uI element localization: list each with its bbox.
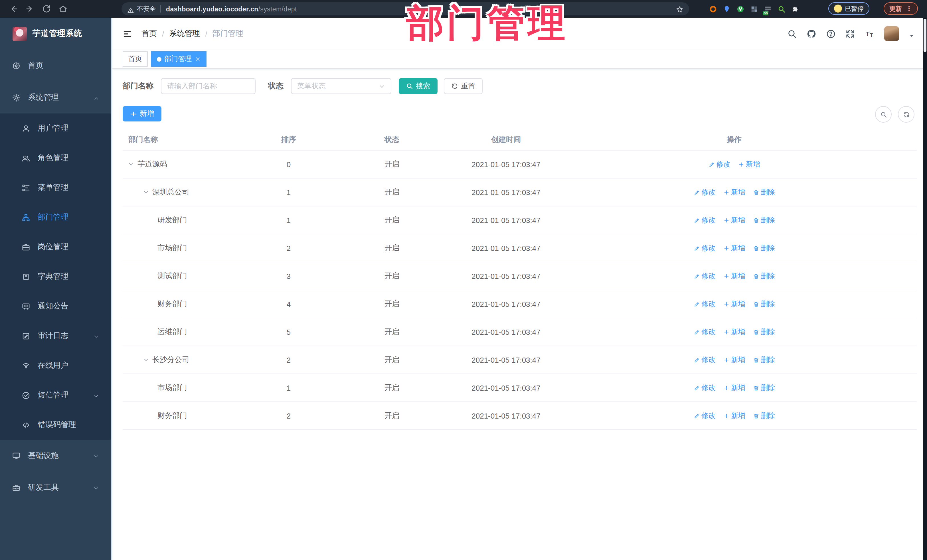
action-新增[interactable]: 新增 [723, 243, 745, 253]
shield-extension-icon[interactable] [709, 5, 717, 13]
action-新增[interactable]: 新增 [723, 383, 745, 393]
action-修改[interactable]: 修改 [693, 187, 716, 197]
page-url[interactable]: dashboard.yudao.iocoder.cn/system/dept [166, 5, 297, 12]
action-删除[interactable]: 删除 [753, 299, 775, 309]
action-新增[interactable]: 新增 [723, 411, 745, 420]
magnifier-extension-icon[interactable] [778, 5, 786, 13]
action-删除[interactable]: 删除 [753, 271, 775, 281]
list-extension-icon[interactable]: on [764, 5, 772, 13]
sidebar-item-7[interactable]: 字典管理 [0, 262, 111, 291]
reload-icon[interactable] [42, 5, 51, 13]
sidebar-item-0[interactable]: 首页 [0, 50, 111, 82]
close-tag-icon[interactable] [195, 56, 201, 62]
home-icon[interactable] [59, 5, 67, 13]
sidebar-item-3[interactable]: 角色管理 [0, 143, 111, 173]
sidebar-item-label: 用户管理 [38, 123, 68, 134]
sidebar-item-14[interactable]: 研发工具 [0, 472, 111, 504]
pin-extension-icon[interactable] [723, 5, 731, 13]
action-删除[interactable]: 删除 [753, 355, 775, 365]
sidebar-item-12[interactable]: 错误码管理 [0, 410, 111, 440]
column-header-2: 状态 [324, 135, 460, 145]
status-cell: 开启 [324, 299, 460, 309]
bookmark-star-icon[interactable] [676, 5, 684, 12]
action-修改[interactable]: 修改 [693, 299, 716, 309]
sidebar-item-11[interactable]: 短信管理 [0, 380, 111, 410]
action-删除[interactable]: 删除 [753, 383, 775, 393]
tag-部门管理[interactable]: 部门管理 [151, 51, 207, 67]
action-新增[interactable]: 新增 [723, 215, 745, 225]
action-删除[interactable]: 删除 [753, 411, 775, 420]
sidebar-item-6[interactable]: 岗位管理 [0, 232, 111, 262]
reset-button[interactable]: 重置 [444, 78, 483, 94]
scrollbar-thumb[interactable] [924, 19, 926, 52]
sidebar-item-10[interactable]: 在线用户 [0, 351, 111, 380]
table-row: 财务部门2开启2021-01-05 17:03:47修改新增删除 [123, 402, 917, 430]
action-修改[interactable]: 修改 [693, 271, 716, 281]
expand-arrow-icon[interactable] [143, 357, 149, 363]
dept-name-input[interactable]: 请输入部门名称 [161, 78, 255, 94]
action-修改[interactable]: 修改 [693, 411, 716, 420]
action-删除[interactable]: 删除 [753, 243, 775, 253]
action-删除[interactable]: 删除 [753, 187, 775, 197]
sidebar-item-2[interactable]: 用户管理 [0, 114, 111, 143]
action-新增[interactable]: 新增 [723, 299, 745, 309]
address-bar[interactable]: 不安全 dashboard.yudao.iocoder.cn/system/de… [122, 2, 689, 15]
status-cell: 开启 [324, 271, 460, 281]
action-修改[interactable]: 修改 [693, 215, 716, 225]
action-新增[interactable]: 新增 [723, 187, 745, 197]
sidebar-item-1[interactable]: 系统管理 [0, 82, 111, 114]
v-extension-icon[interactable] [737, 5, 745, 13]
refresh-table-button[interactable] [898, 106, 915, 123]
grid-extension-icon[interactable] [750, 5, 758, 13]
action-修改[interactable]: 修改 [693, 327, 716, 337]
chevron-down-icon [93, 484, 99, 491]
plus-icon [723, 189, 729, 195]
action-新增[interactable]: 新增 [723, 271, 745, 281]
profile-paused-button[interactable]: 已暂停 [828, 2, 869, 15]
breadcrumb-system[interactable]: 系统管理 [169, 29, 200, 39]
action-删除[interactable]: 删除 [753, 215, 775, 225]
forward-icon[interactable] [26, 5, 34, 13]
action-新增[interactable]: 新增 [723, 327, 745, 337]
browser-menu-icon[interactable]: ⋮ [906, 5, 912, 12]
page-scrollbar[interactable] [923, 18, 927, 560]
sidebar-item-13[interactable]: 基础设施 [0, 440, 111, 472]
font-size-icon[interactable]: TT [865, 29, 874, 38]
add-dept-button[interactable]: 新增 [123, 106, 161, 121]
back-icon[interactable] [9, 5, 18, 13]
security-label[interactable]: 不安全 [137, 5, 156, 13]
status-cell: 开启 [324, 215, 460, 225]
status-select[interactable]: 菜单状态 [291, 78, 391, 94]
github-icon[interactable] [807, 29, 816, 38]
sidebar-item-9[interactable]: 审计日志 [0, 321, 111, 351]
puzzle-extension-icon[interactable] [791, 5, 799, 13]
sidebar-scrollbar[interactable] [111, 18, 112, 560]
status-cell: 开启 [324, 187, 460, 197]
sidebar-item-5[interactable]: 部门管理 [0, 202, 111, 232]
search-button[interactable]: 搜索 [399, 78, 438, 94]
action-新增[interactable]: 新增 [723, 355, 745, 365]
action-修改[interactable]: 修改 [693, 243, 716, 253]
collapse-menu-icon[interactable] [123, 29, 132, 38]
delete-trash-icon [753, 217, 759, 223]
sidebar-item-4[interactable]: 菜单管理 [0, 173, 111, 202]
toggle-search-button[interactable] [875, 106, 892, 123]
action-修改[interactable]: 修改 [693, 355, 716, 365]
monitor-icon [12, 451, 21, 460]
browser-update-button[interactable]: 更新 ⋮ [884, 2, 918, 15]
action-修改[interactable]: 修改 [708, 159, 731, 169]
avatar-caret-down-icon[interactable] [909, 31, 915, 36]
header-search-icon[interactable] [787, 29, 797, 38]
app-logo[interactable]: 芋道管理系统 [0, 18, 111, 50]
tag-首页[interactable]: 首页 [123, 51, 148, 67]
fullscreen-icon[interactable] [845, 29, 855, 38]
help-icon[interactable] [826, 29, 836, 38]
expand-arrow-icon[interactable] [128, 161, 135, 168]
action-删除[interactable]: 删除 [753, 327, 775, 337]
breadcrumb-home[interactable]: 首页 [141, 29, 157, 39]
expand-arrow-icon[interactable] [143, 189, 149, 196]
action-修改[interactable]: 修改 [693, 383, 716, 393]
sidebar-item-8[interactable]: 通知公告 [0, 291, 111, 321]
user-avatar[interactable] [884, 26, 899, 41]
action-新增[interactable]: 新增 [738, 159, 760, 169]
